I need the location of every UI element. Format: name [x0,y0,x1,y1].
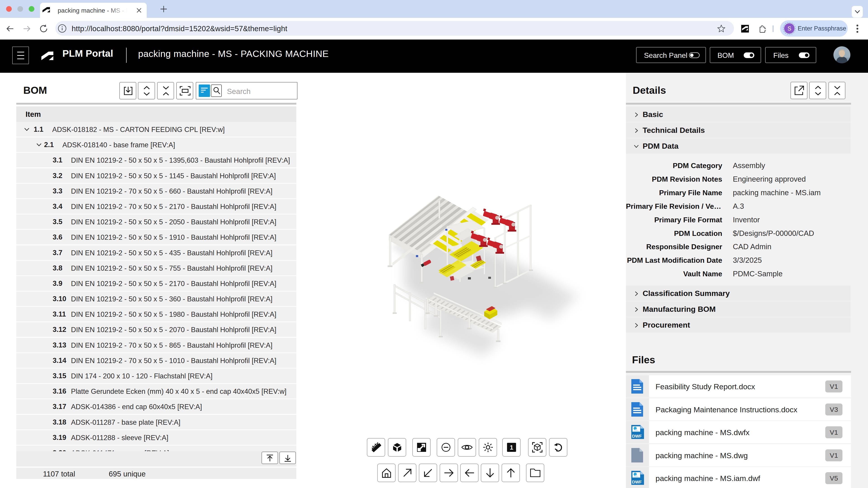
svg-text:1: 1 [510,444,513,451]
svg-text:DWF: DWF [632,480,642,484]
svg-text:DWF: DWF [632,434,642,438]
